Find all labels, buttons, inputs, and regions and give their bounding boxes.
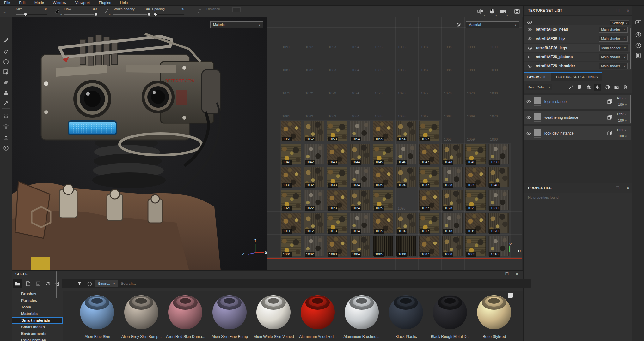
material-item[interactable]: Alien White Skin Veined: [254, 295, 293, 341]
stack-icon[interactable]: [3, 123, 9, 130]
clone-tool-icon[interactable]: [3, 89, 9, 96]
material-item[interactable]: Alien Skin Fine Bump: [210, 295, 249, 341]
eye-all-icon[interactable]: [527, 20, 532, 25]
history-icon[interactable]: [635, 42, 641, 49]
material-item[interactable]: Alien Blue Skin: [78, 295, 117, 341]
projection-tool-icon[interactable]: [3, 58, 9, 65]
blend-mode-dropdown[interactable]: Pthr ∨: [617, 128, 627, 132]
display-settings-icon[interactable]: [635, 20, 641, 26]
close-icon[interactable]: ✕: [515, 272, 518, 276]
shelf-category-smart-materials[interactable]: Smart materials: [12, 317, 63, 324]
menu-item-edit[interactable]: Edit: [15, 0, 30, 6]
cube-view-chevron-icon[interactable]: ∨: [495, 14, 497, 17]
visibility-eye-icon[interactable]: [526, 131, 531, 136]
eye-slash-icon[interactable]: [44, 280, 51, 287]
texture-set-row[interactable]: retrofitAF26_shoulder Main shader ∨: [524, 62, 631, 70]
add-smart-material-icon[interactable]: [576, 84, 584, 91]
add-effect-wand-icon[interactable]: [567, 84, 575, 91]
spacing-value[interactable]: 20: [170, 7, 184, 11]
shelf-category-color-profiles[interactable]: Color profiles: [12, 337, 63, 341]
filter-circle-icon[interactable]: [86, 280, 93, 287]
material-picker-tool-icon[interactable]: [3, 99, 9, 106]
material-item[interactable]: Black Plastic: [387, 295, 426, 341]
menu-item-plugins[interactable]: Plugins: [94, 0, 115, 6]
file-sync-icon[interactable]: [3, 134, 9, 141]
menu-item-viewport[interactable]: Viewport: [71, 0, 94, 6]
shelf-category-particles[interactable]: Particles: [12, 297, 63, 304]
photo-camera-icon[interactable]: [514, 9, 520, 15]
material-item[interactable]: Alien Grey Skin Bump...: [122, 295, 161, 341]
undock-icon[interactable]: ❐: [615, 8, 620, 13]
texture-set-row[interactable]: retrofitAF26_legs Main shader ∨: [524, 44, 631, 52]
eraser-tool-icon[interactable]: [3, 48, 9, 55]
menu-item-mode[interactable]: Mode: [30, 0, 48, 6]
smudge-tool-icon[interactable]: [3, 79, 9, 86]
visibility-eye-icon[interactable]: [527, 64, 532, 69]
spacing-slider[interactable]: [154, 14, 184, 15]
layer-thumbnail[interactable]: [534, 97, 541, 104]
shader-dropdown[interactable]: Main shader ∨: [599, 45, 628, 51]
stroke-opacity-slider[interactable]: [113, 14, 151, 15]
layer-thumbnail[interactable]: [534, 113, 541, 120]
document-icon[interactable]: [35, 280, 42, 287]
folder-view-icon[interactable]: [14, 280, 21, 287]
opacity-dropdown[interactable]: 100 ∨: [618, 134, 627, 138]
polygon-fill-tool-icon[interactable]: [3, 69, 9, 75]
brush-preview-icon[interactable]: [54, 8, 61, 15]
blend-mode-dropdown[interactable]: Pthr ∨: [617, 96, 627, 100]
layer-row[interactable]: look dev instance Pthr ∨ 100 ∨: [524, 126, 631, 140]
shelf-category-brushes[interactable]: Brushes: [12, 291, 63, 297]
blend-mode-dropdown[interactable]: Pthr ∨: [617, 112, 627, 116]
layer-row[interactable]: weathering instance Pthr ∨ 100 ∨: [524, 111, 631, 124]
menu-item-file[interactable]: File: [0, 0, 15, 6]
split-view-icon[interactable]: [477, 9, 483, 15]
shelf-category-tools[interactable]: Tools: [12, 304, 63, 310]
category-scrollbar[interactable]: [56, 271, 57, 298]
size-slider[interactable]: [16, 14, 47, 15]
split-view-chevron-icon[interactable]: ∨: [484, 14, 486, 17]
stroke-opacity-value[interactable]: 100: [136, 7, 150, 11]
filter-chip[interactable]: Smart... ✕: [95, 280, 118, 287]
filter-chip-close-icon[interactable]: ✕: [113, 280, 116, 287]
texture-set-scrollbar[interactable]: [630, 28, 631, 69]
video-camera-chevron-icon[interactable]: ∨: [506, 14, 508, 17]
shelf-category-environments[interactable]: Environments: [12, 331, 63, 337]
shader-dropdown[interactable]: Main shader ∨: [599, 27, 628, 33]
gear-badge-icon[interactable]: [3, 113, 9, 120]
material-item[interactable]: Aluminium Brushed ...: [342, 295, 382, 341]
visibility-eye-icon[interactable]: [526, 99, 531, 104]
instance-copy-icon[interactable]: [607, 130, 613, 136]
video-camera-icon[interactable]: [500, 9, 506, 15]
close-icon[interactable]: ✕: [625, 186, 630, 191]
instance-copy-icon[interactable]: [607, 99, 613, 105]
view2d-display-mode-select[interactable]: Material ∨: [466, 21, 519, 28]
texture-set-row[interactable]: retrofitAF26_head Main shader ∨: [524, 25, 631, 34]
view3d-display-mode-select[interactable]: Material ∨: [210, 21, 263, 28]
tab-close-icon[interactable]: ✕: [543, 75, 546, 79]
visibility-eye-icon[interactable]: [527, 36, 532, 41]
disc-badge-icon[interactable]: [3, 145, 9, 152]
layer-row[interactable]: legs instance Pthr ∨ 100 ∨: [524, 95, 631, 109]
viewport-3d[interactable]: RETROFIT AF26 Material ∨ Y X Z: [12, 17, 267, 270]
shelf-category-smart-masks[interactable]: Smart masks: [12, 324, 63, 330]
shader-dropdown[interactable]: Main shader ∨: [599, 63, 628, 69]
material-item[interactable]: Black Rough Metal D...: [431, 295, 470, 341]
texture-set-row[interactable]: retrofitAF26_pistons Main shader ∨: [524, 53, 631, 61]
log-icon[interactable]: [635, 52, 641, 59]
channel-filter-dropdown[interactable]: Base Color ∨: [526, 84, 552, 90]
size-value[interactable]: 10: [33, 7, 47, 11]
add-mask-icon[interactable]: [604, 84, 611, 91]
shader-dropdown[interactable]: Main shader ∨: [599, 54, 628, 60]
undock-icon[interactable]: ❐: [615, 186, 620, 191]
tab-texture-set-settings[interactable]: TEXTURE SET SETTINGS: [551, 73, 602, 81]
shelf-search-bar[interactable]: Smart... ✕: [62, 279, 531, 288]
brush-preview-chevron-icon[interactable]: ∨: [60, 13, 62, 16]
undock-icon[interactable]: ❐: [505, 272, 509, 276]
menu-item-help[interactable]: Help: [116, 0, 132, 6]
flow-value[interactable]: 100: [83, 7, 97, 11]
visibility-eye-icon[interactable]: [528, 46, 532, 51]
search-input[interactable]: [121, 280, 247, 287]
visibility-eye-icon[interactable]: [526, 115, 531, 120]
filter-funnel-icon[interactable]: [76, 280, 83, 287]
opacity-dropdown[interactable]: 100 ∨: [618, 103, 627, 106]
